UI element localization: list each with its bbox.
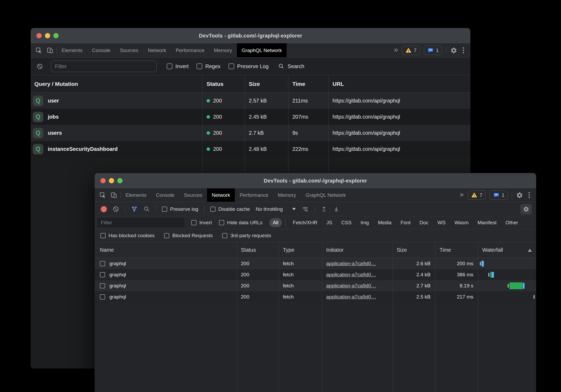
chip-wasm[interactable]: Wasm — [451, 218, 472, 227]
clear-icon[interactable] — [36, 63, 43, 70]
export-har-icon[interactable] — [333, 206, 340, 212]
query-row-users[interactable]: Qusers2002.7 kB9shttps://gitlab.com/api/… — [31, 125, 470, 141]
row-checkbox[interactable] — [100, 261, 105, 266]
tab-graphql-network[interactable]: GraphQL Network — [237, 43, 287, 57]
tab-network[interactable]: Network — [143, 43, 171, 57]
zoom-button[interactable] — [117, 178, 123, 183]
filter-input[interactable] — [97, 218, 184, 227]
request-row-1[interactable]: graphql200fetchapplication-a7ca9d0…2.6 k… — [95, 258, 536, 269]
initiator-link[interactable]: application-a7ca9d0… — [326, 294, 376, 300]
third-party-requests-checkbox-group[interactable]: 3rd-party requests — [222, 233, 271, 239]
tab-console[interactable]: Console — [87, 43, 115, 57]
column-resize-handle[interactable] — [237, 242, 237, 392]
column-resize-handle[interactable] — [322, 242, 322, 392]
tab-sources[interactable]: Sources — [179, 188, 207, 202]
column-header-size[interactable]: Size — [392, 242, 435, 258]
minimize-button[interactable] — [109, 178, 114, 183]
close-button[interactable] — [36, 33, 42, 38]
column-resize-handle[interactable] — [392, 242, 393, 392]
preserve-log-checkbox[interactable] — [162, 207, 167, 212]
request-row-4[interactable]: graphql200fetchapplication-a7ca9d0…2.5 k… — [95, 291, 536, 302]
disable-cache-checkbox[interactable] — [210, 207, 216, 212]
regex-checkbox[interactable] — [197, 63, 202, 69]
tab-network[interactable]: Network — [207, 188, 235, 202]
initiator-link[interactable]: application-a7ca9d0… — [326, 261, 376, 266]
initiator-link[interactable]: application-a7ca9d0… — [326, 272, 376, 277]
blocked-requests-checkbox-group[interactable]: Blocked Requests — [164, 233, 213, 239]
settings-gear-icon[interactable] — [450, 47, 457, 54]
column-resize-handle[interactable] — [279, 242, 279, 392]
chip-img[interactable]: Img — [357, 218, 372, 227]
inspect-icon[interactable] — [99, 192, 106, 199]
chip-doc[interactable]: Doc — [416, 218, 432, 227]
tab-performance[interactable]: Performance — [235, 188, 273, 202]
warnings-badge[interactable]: 7 — [402, 46, 420, 55]
chip-other[interactable]: Other — [502, 218, 522, 227]
kebab-menu-icon[interactable] — [527, 191, 531, 199]
has-blocked-cookies-checkbox[interactable] — [100, 233, 106, 238]
disable-cache-checkbox-group[interactable]: Disable cache — [210, 206, 250, 212]
search-icon[interactable] — [143, 206, 150, 212]
column-header-name[interactable]: Name — [95, 242, 237, 258]
initiator-link[interactable]: application-a7ca9d0… — [326, 283, 376, 288]
column-header-time[interactable]: Time — [288, 81, 328, 87]
has-blocked-cookies-checkbox-group[interactable]: Has blocked cookies — [100, 233, 155, 239]
tab-performance[interactable]: Performance — [171, 43, 209, 57]
tab-elements[interactable]: Elements — [57, 43, 87, 57]
hide-data-urls-checkbox-group[interactable]: Hide data URLs — [219, 220, 263, 226]
clear-icon[interactable] — [113, 206, 119, 212]
inspect-icon[interactable] — [35, 47, 42, 54]
chip-ws[interactable]: WS — [434, 218, 449, 227]
tab-elements[interactable]: Elements — [121, 188, 151, 202]
network-conditions-icon[interactable] — [302, 206, 309, 213]
chip-all[interactable]: All — [269, 218, 282, 227]
filter-funnel-icon[interactable] — [131, 206, 138, 212]
throttling-select[interactable]: No throttling — [256, 206, 296, 212]
issues-badge[interactable]: 1 — [490, 190, 508, 200]
chip-manifest[interactable]: Manifest — [474, 218, 500, 227]
query-row-instancesecuritydashboard[interactable]: QinstanceSecurityDashboard2002.48 kB222m… — [31, 141, 470, 157]
import-har-icon[interactable] — [321, 206, 327, 212]
zoom-button[interactable] — [53, 33, 59, 38]
tab-sources[interactable]: Sources — [115, 43, 143, 57]
tab-console[interactable]: Console — [151, 188, 179, 202]
more-tabs-icon[interactable]: » — [460, 191, 464, 199]
record-button[interactable] — [101, 206, 107, 212]
search-button[interactable]: Search — [278, 63, 304, 69]
column-resize-handle[interactable] — [435, 242, 436, 392]
column-header-time[interactable]: Time — [435, 242, 478, 258]
column-header-status[interactable]: Status — [202, 81, 245, 87]
invert-checkbox-group[interactable]: Invert — [167, 63, 189, 69]
settings-gear-icon[interactable] — [516, 192, 523, 199]
close-button[interactable] — [100, 178, 106, 183]
column-resize-handle[interactable] — [478, 242, 478, 392]
chip-js[interactable]: JS — [323, 218, 336, 227]
tab-memory[interactable]: Memory — [209, 43, 237, 57]
row-checkbox[interactable] — [100, 283, 105, 288]
hide-data-urls-checkbox[interactable] — [219, 220, 224, 225]
column-header-type[interactable]: Type — [279, 242, 322, 258]
titlebar[interactable]: DevTools - gitlab.com/-/graphql-explorer — [31, 28, 470, 43]
row-checkbox[interactable] — [100, 272, 105, 277]
query-row-user[interactable]: Quser2002.57 kB211mshttps://gitlab.com/a… — [31, 93, 470, 109]
tab-graphql-network[interactable]: GraphQL Network — [301, 188, 350, 202]
kebab-menu-icon[interactable] — [461, 46, 466, 54]
preserve-log-checkbox-group[interactable]: Preserve Log — [228, 63, 269, 69]
chip-media[interactable]: Media — [375, 218, 395, 227]
column-header-status[interactable]: Status — [237, 242, 279, 258]
request-row-2[interactable]: graphql200fetchapplication-a7ca9d0…2.4 k… — [95, 269, 536, 280]
preserve-log-checkbox-group[interactable]: Preserve log — [162, 206, 198, 212]
row-checkbox[interactable] — [100, 294, 105, 300]
blocked-requests-checkbox[interactable] — [164, 233, 169, 238]
tab-memory[interactable]: Memory — [273, 188, 301, 202]
issues-badge[interactable]: 1 — [424, 46, 442, 55]
chip-fetch-xhr[interactable]: Fetch/XHR — [289, 218, 321, 227]
panel-settings-button[interactable] — [520, 204, 532, 214]
warnings-badge[interactable]: 7 — [468, 190, 486, 200]
column-header-url[interactable]: URL — [328, 81, 470, 87]
third-party-requests-checkbox[interactable] — [222, 233, 227, 238]
device-toolbar-icon[interactable] — [46, 47, 53, 54]
column-header-waterfall[interactable]: Waterfall — [478, 242, 536, 258]
invert-checkbox[interactable] — [167, 63, 172, 69]
column-header-query-mutation[interactable]: Query / Mutation — [31, 81, 202, 87]
